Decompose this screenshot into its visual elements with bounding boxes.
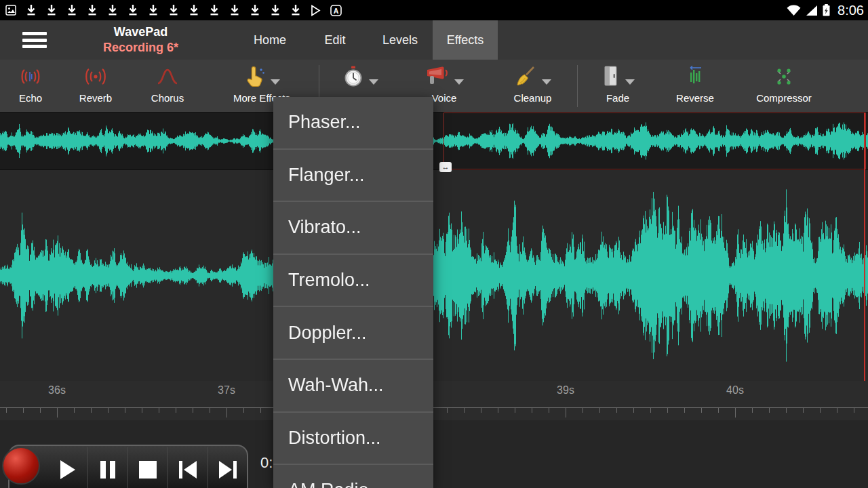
- battery-charging-icon: [823, 4, 830, 16]
- toolbar-button-reverb[interactable]: Reverb: [61, 60, 130, 112]
- ruler-tick: [210, 408, 210, 413]
- more-effects-icon: [244, 65, 266, 91]
- ruler-tick: [752, 408, 753, 413]
- download-icon: [168, 4, 179, 16]
- ruler-tick: [650, 408, 651, 413]
- document-title: Recording 6*: [75, 40, 207, 56]
- time-label: 37s: [218, 384, 235, 396]
- ruler-tick: [6, 408, 7, 413]
- ruler-tick: [243, 408, 244, 413]
- playback-cursor: [864, 113, 865, 381]
- photo-icon: [5, 5, 16, 16]
- menu-item-vibrato[interactable]: Vibrato...: [273, 202, 433, 255]
- android-status-bar: A 8:06: [0, 0, 868, 20]
- ribbon-tabs: HomeEditLevelsEffects: [237, 20, 498, 60]
- compressor-icon: [772, 66, 795, 90]
- ruler-tick: [803, 408, 804, 413]
- ruler-tick: [599, 408, 600, 413]
- effects-dropdown-menu: Phaser...Flanger...Vibrato...Tremolo...D…: [273, 97, 433, 488]
- toolbar-separator: [577, 65, 578, 107]
- tab-effects[interactable]: Effects: [433, 20, 498, 60]
- download-icon: [148, 4, 159, 16]
- play-button[interactable]: [47, 447, 87, 488]
- download-icon: [250, 4, 260, 16]
- record-button[interactable]: [2, 447, 40, 485]
- ruler-tick: [159, 408, 159, 413]
- download-icon: [189, 4, 199, 16]
- ruler-tick: [786, 408, 787, 413]
- transport-time: 0:: [260, 454, 273, 472]
- toolbar-button-cleanup[interactable]: Cleanup: [488, 60, 577, 112]
- tab-edit[interactable]: Edit: [302, 20, 368, 60]
- ruler-tick: [498, 408, 498, 413]
- clock-text: 8:06: [837, 3, 864, 18]
- reverb-icon: [83, 66, 108, 90]
- app-header: WavePad Recording 6* HomeEditLevelsEffec…: [0, 20, 868, 60]
- ruler-tick: [684, 408, 685, 413]
- ruler-tick: [91, 408, 92, 413]
- toolbar-button-reverse[interactable]: Reverse: [657, 60, 733, 112]
- ruler-tick: [23, 408, 24, 413]
- hamburger-menu-button[interactable]: [22, 32, 47, 48]
- dropdown-caret-icon: [369, 79, 378, 85]
- toolbar-button-chorus[interactable]: Chorus: [130, 60, 205, 112]
- pause-button[interactable]: [87, 447, 127, 488]
- svg-text:A: A: [334, 6, 339, 14]
- chorus-icon: [155, 66, 180, 90]
- timeline-ruler[interactable]: 36s37s38s39s40s: [0, 381, 868, 420]
- tab-levels[interactable]: Levels: [368, 20, 433, 60]
- menu-item-doppler[interactable]: Doppler...: [273, 307, 433, 360]
- download-icon: [229, 4, 240, 16]
- ruler-tick: [718, 408, 719, 413]
- toolbar-label-echo: Echo: [19, 92, 42, 104]
- toolbar-button-echo[interactable]: Echo: [0, 60, 61, 112]
- download-icon: [66, 4, 77, 16]
- menu-item-distortion[interactable]: Distortion...: [273, 413, 433, 466]
- download-icon: [290, 4, 301, 16]
- ruler-tick: [40, 408, 41, 413]
- toolbar-label-chorus: Chorus: [151, 92, 184, 104]
- time-label: 39s: [557, 384, 574, 396]
- selection-handle[interactable]: ↔: [439, 162, 452, 172]
- ruler-tick: [616, 408, 617, 413]
- ruler-tick: [532, 408, 532, 413]
- waveform-main[interactable]: [0, 169, 868, 381]
- ruler-tick: [854, 408, 854, 413]
- ruler-tick: [481, 408, 481, 413]
- menu-item-am-radio[interactable]: AM Radio...: [273, 465, 433, 488]
- time-label: 36s: [48, 384, 66, 396]
- status-system-icons: [787, 4, 830, 16]
- menu-item-wah-wah[interactable]: Wah-Wah...: [273, 360, 433, 413]
- dropdown-caret-icon: [271, 79, 280, 85]
- dropdown-caret-icon: [625, 79, 635, 85]
- download-icon: [26, 4, 37, 16]
- tab-home[interactable]: Home: [237, 20, 302, 60]
- hamburger-icon: [22, 32, 47, 35]
- download-icon: [87, 4, 98, 16]
- menu-item-tremolo[interactable]: Tremolo...: [273, 255, 433, 308]
- ruler-line: [0, 407, 868, 408]
- ruler-tick: [667, 408, 668, 413]
- toolbar-button-fade[interactable]: Fade: [578, 60, 657, 112]
- ruler-tick: [701, 408, 702, 413]
- previous-button[interactable]: [167, 447, 208, 488]
- menu-item-phaser[interactable]: Phaser...: [273, 97, 433, 150]
- ruler-tick: [260, 408, 261, 413]
- effects-toolbar: EchoReverbChorusMore EffectsVoiceCleanup…: [0, 60, 868, 113]
- download-icon: [127, 4, 138, 16]
- ruler-tick: [464, 408, 465, 413]
- ruler-tick: [735, 408, 736, 418]
- letter-a-icon: A: [330, 5, 342, 16]
- dropdown-caret-icon: [454, 79, 464, 85]
- waveform-main-canvas: [0, 170, 868, 381]
- ruler-tick: [566, 408, 566, 418]
- stopwatch-icon: [342, 65, 364, 91]
- fade-icon: [601, 65, 620, 91]
- next-button[interactable]: [208, 447, 248, 488]
- overview-selection-window[interactable]: [443, 113, 866, 169]
- toolbar-button-compressor[interactable]: Compressor: [733, 60, 835, 112]
- stop-button[interactable]: [127, 447, 167, 488]
- menu-item-flanger[interactable]: Flanger...: [273, 150, 433, 203]
- toolbar-label-compressor: Compressor: [756, 92, 812, 104]
- toolbar-label-voice: Voice: [432, 92, 457, 104]
